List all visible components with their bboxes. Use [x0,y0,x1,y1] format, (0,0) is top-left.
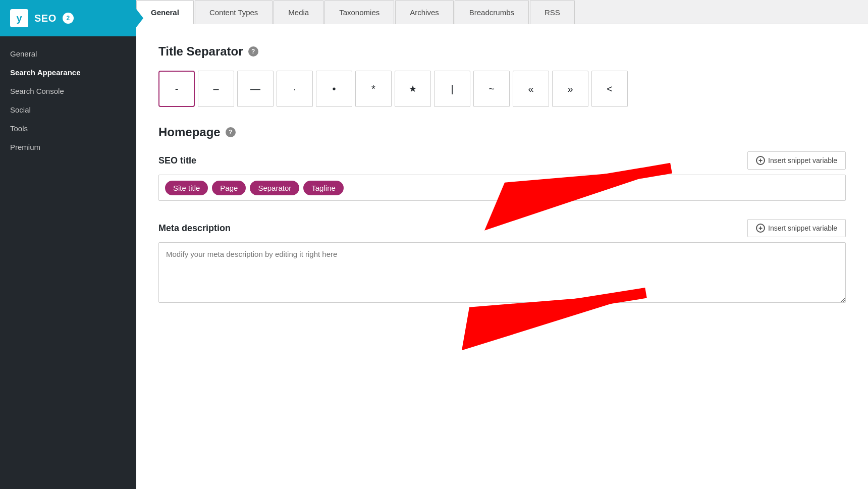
insert-snippet-variable-button-meta[interactable]: + Insert snippet variable [747,219,846,237]
sidebar-header: y SEO 2 [0,0,136,36]
main-area: General Content Types Media Taxonomies A… [136,0,868,489]
seo-title-field[interactable]: Site title Page Separator Tagline [158,175,846,201]
separator-raquo[interactable]: » [552,71,588,107]
tab-content-types[interactable]: Content Types [195,1,273,24]
tab-media[interactable]: Media [274,1,323,24]
sidebar-badge: 2 [63,13,74,24]
sidebar-item-social[interactable]: Social [0,100,136,119]
separator-middle-dot[interactable]: · [277,71,313,107]
separator-less-than[interactable]: < [591,71,628,107]
plus-icon-seo: + [756,156,765,165]
insert-snippet-label-seo: Insert snippet variable [768,156,837,165]
tab-breadcrumbs[interactable]: Breadcrumbs [455,1,529,24]
seo-title-label: SEO title [158,155,196,166]
separator-options: - – — · • * ★ | ~ « » < [158,71,846,107]
tabs-bar: General Content Types Media Taxonomies A… [136,0,868,24]
seo-title-header: SEO title + Insert snippet variable [158,151,846,170]
meta-description-field[interactable] [158,242,846,303]
separator-tilde[interactable]: ~ [473,71,510,107]
separator-asterisk[interactable]: * [355,71,392,107]
yoast-logo: y [10,9,28,27]
sidebar-nav: General Search Appearance Search Console… [0,36,136,165]
tag-separator[interactable]: Separator [250,181,299,195]
sidebar-arrow [136,9,143,27]
meta-description-header: Meta description + Insert snippet variab… [158,219,846,237]
title-separator-help-icon[interactable]: ? [248,46,258,57]
sidebar-item-search-appearance[interactable]: Search Appearance [0,63,136,82]
separator-dash[interactable]: - [158,71,195,107]
tab-archives[interactable]: Archives [395,1,454,24]
tab-rss[interactable]: RSS [530,1,575,24]
insert-snippet-variable-button-seo[interactable]: + Insert snippet variable [747,151,846,170]
tag-tagline[interactable]: Tagline [303,181,344,195]
content-area: Title Separator ? - – — · • * ★ | ~ « » … [136,24,868,489]
insert-snippet-label-meta: Insert snippet variable [768,224,837,232]
title-separator-heading: Title Separator ? [158,44,846,59]
sidebar-item-premium[interactable]: Premium [0,138,136,156]
sidebar-item-general[interactable]: General [0,44,136,63]
homepage-help-icon[interactable]: ? [226,127,236,137]
tab-general[interactable]: General [136,1,194,24]
separator-pipe[interactable]: | [434,71,470,107]
sidebar-item-search-console[interactable]: Search Console [0,82,136,100]
tag-site-title[interactable]: Site title [165,181,208,195]
sidebar: y SEO 2 General Search Appearance Search… [0,0,136,489]
separator-laquo[interactable]: « [513,71,549,107]
separator-en-dash[interactable]: – [198,71,234,107]
separator-em-dash[interactable]: — [237,71,274,107]
homepage-heading: Homepage ? [158,125,846,139]
tag-page[interactable]: Page [212,181,246,195]
tab-taxonomies[interactable]: Taxonomies [324,1,394,24]
sidebar-item-tools[interactable]: Tools [0,119,136,138]
separator-star[interactable]: ★ [395,71,431,107]
sidebar-title: SEO [34,13,57,24]
separator-bullet[interactable]: • [316,71,352,107]
meta-description-label: Meta description [158,223,231,234]
plus-icon-meta: + [756,224,765,233]
